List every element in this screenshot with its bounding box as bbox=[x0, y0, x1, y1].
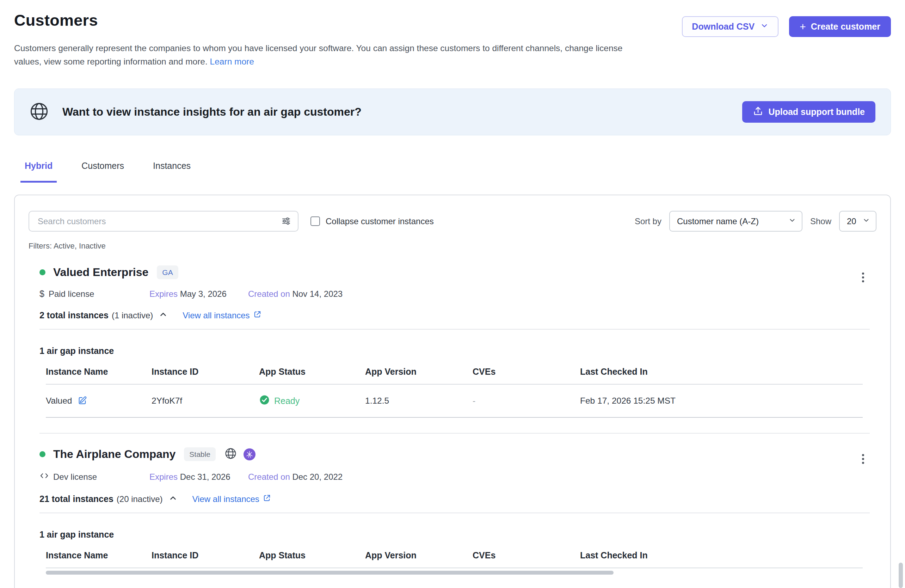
check-circle-icon bbox=[259, 394, 270, 407]
airgap-section-label: 1 air gap instance bbox=[40, 529, 870, 540]
last-checked-in: Feb 17, 2026 15:25 MST bbox=[580, 396, 863, 406]
divider bbox=[40, 329, 870, 330]
view-all-instances-link[interactable]: View all instances bbox=[192, 494, 271, 504]
external-link-icon bbox=[253, 310, 262, 321]
col-app-version: App Version bbox=[365, 367, 473, 377]
col-instance-id: Instance ID bbox=[152, 550, 259, 561]
app-status-cell: Ready bbox=[259, 394, 365, 407]
chevron-down-icon bbox=[862, 216, 870, 226]
col-instance-name: Instance Name bbox=[46, 550, 152, 561]
kubernetes-icon bbox=[243, 448, 256, 460]
chevron-down-icon bbox=[788, 216, 796, 226]
instances-count-row: 2 total instances (1 inactive) View all … bbox=[40, 310, 870, 321]
tab-hybrid[interactable]: Hybrid bbox=[21, 161, 57, 183]
created-field: Created on Dec 20, 2022 bbox=[248, 472, 343, 482]
license-type: $ Paid license bbox=[40, 289, 149, 299]
section-divider bbox=[40, 433, 870, 434]
code-icon bbox=[40, 471, 49, 483]
vertical-scrollbar[interactable] bbox=[899, 563, 903, 588]
customer-menu-button[interactable] bbox=[857, 451, 869, 467]
kebab-icon bbox=[862, 454, 864, 456]
customer-airplane-company: The Airplane Company Stable bbox=[29, 447, 876, 575]
create-customer-label: Create customer bbox=[811, 22, 880, 32]
header-text: Customers Customers generally represent … bbox=[14, 0, 634, 68]
instances-total: 21 total instances bbox=[40, 494, 113, 504]
app-status: Ready bbox=[274, 396, 300, 406]
dollar-icon: $ bbox=[40, 289, 44, 299]
tab-bar: Hybrid Customers Instances bbox=[14, 161, 891, 183]
kebab-icon bbox=[862, 272, 864, 275]
upload-support-bundle-button[interactable]: Upload support bundle bbox=[742, 101, 875, 123]
created-value: Dec 20, 2022 bbox=[292, 472, 343, 482]
collapse-instances-checkbox[interactable] bbox=[311, 216, 320, 226]
expires-label: Expires bbox=[149, 472, 178, 482]
instances-inactive: (20 inactive) bbox=[117, 494, 163, 504]
col-last-checked-in: Last Checked In bbox=[580, 550, 863, 561]
instances-total: 2 total instances bbox=[40, 310, 108, 321]
banner-title: Want to view instance insights for an ai… bbox=[62, 105, 362, 118]
col-cves: CVEs bbox=[473, 367, 580, 377]
edit-instance-name-button[interactable] bbox=[78, 396, 87, 407]
app-version: 1.12.5 bbox=[365, 396, 473, 406]
customer-menu-button[interactable] bbox=[857, 269, 869, 286]
sort-select[interactable]: Customer name (A-Z) bbox=[669, 211, 802, 232]
view-all-instances-link[interactable]: View all instances bbox=[183, 310, 261, 321]
edit-pencil-icon bbox=[78, 396, 87, 407]
tab-customers[interactable]: Customers bbox=[77, 161, 128, 183]
expires-label: Expires bbox=[149, 289, 178, 299]
learn-more-link[interactable]: Learn more bbox=[210, 57, 254, 66]
expires-value: Dec 31, 2026 bbox=[180, 472, 230, 482]
chevron-down-icon bbox=[760, 22, 768, 32]
view-all-instances-label: View all instances bbox=[192, 494, 259, 504]
page-header: Customers Customers generally represent … bbox=[14, 0, 891, 68]
col-app-status: App Status bbox=[259, 550, 365, 561]
page-description: Customers generally represent the compan… bbox=[14, 41, 634, 68]
download-csv-label: Download CSV bbox=[692, 22, 754, 32]
toolbar: Collapse customer instances Sort by Cust… bbox=[29, 211, 876, 232]
expires-field: Expires Dec 31, 2026 bbox=[149, 472, 248, 482]
filter-sliders-icon[interactable] bbox=[281, 216, 291, 228]
horizontal-scrollbar[interactable] bbox=[46, 571, 614, 575]
col-cves: CVEs bbox=[473, 550, 580, 561]
show-select[interactable]: 20 bbox=[839, 211, 876, 232]
instance-name: Valued bbox=[46, 396, 72, 406]
customer-header: The Airplane Company Stable bbox=[40, 447, 870, 461]
globe-icon bbox=[29, 101, 50, 123]
col-last-checked-in: Last Checked In bbox=[580, 367, 863, 377]
cves: - bbox=[473, 396, 580, 406]
collapse-instances-group: Collapse customer instances bbox=[311, 216, 434, 226]
instance-id: 2YfoK7f bbox=[152, 396, 259, 406]
license-type-label: Dev license bbox=[53, 472, 97, 482]
collapse-instances-toggle[interactable] bbox=[168, 493, 178, 505]
airgap-banner: Want to view instance insights for an ai… bbox=[14, 89, 891, 135]
instances-table-header: Instance Name Instance ID App Status App… bbox=[46, 367, 863, 385]
col-instance-id: Instance ID bbox=[152, 367, 259, 377]
upload-icon bbox=[753, 106, 763, 118]
globe-icon bbox=[224, 447, 237, 461]
collapse-instances-label: Collapse customer instances bbox=[325, 216, 434, 226]
active-status-dot bbox=[40, 269, 46, 275]
airgap-section-label: 1 air gap instance bbox=[40, 346, 870, 356]
download-csv-button[interactable]: Download CSV bbox=[682, 16, 778, 37]
toolbar-right: Sort by Customer name (A-Z) Show 20 bbox=[635, 211, 876, 232]
create-customer-button[interactable]: + Create customer bbox=[789, 16, 891, 37]
expires-value: May 3, 2026 bbox=[180, 289, 227, 299]
show-label: Show bbox=[810, 216, 831, 226]
license-row: Dev license Expires Dec 31, 2026 Created… bbox=[40, 471, 870, 483]
page-description-text: Customers generally represent the compan… bbox=[14, 43, 622, 66]
instance-name-cell: Valued bbox=[46, 396, 152, 407]
customer-name: Valued Enterprise bbox=[53, 266, 148, 279]
table-row: Valued 2YfoK7f bbox=[46, 385, 863, 418]
search-input[interactable] bbox=[29, 211, 298, 232]
chevron-up-icon bbox=[159, 310, 168, 321]
sort-select-value: Customer name (A-Z) bbox=[677, 216, 759, 226]
channel-badge: Stable bbox=[184, 447, 216, 461]
tab-instances[interactable]: Instances bbox=[149, 161, 195, 183]
customer-name: The Airplane Company bbox=[53, 448, 176, 461]
col-app-status: App Status bbox=[259, 367, 365, 377]
external-link-icon bbox=[263, 494, 271, 504]
col-instance-name: Instance Name bbox=[46, 367, 152, 377]
collapse-instances-toggle[interactable] bbox=[158, 310, 168, 321]
page-title: Customers bbox=[14, 11, 634, 30]
instances-table: Instance Name Instance ID App Status App… bbox=[46, 367, 863, 418]
